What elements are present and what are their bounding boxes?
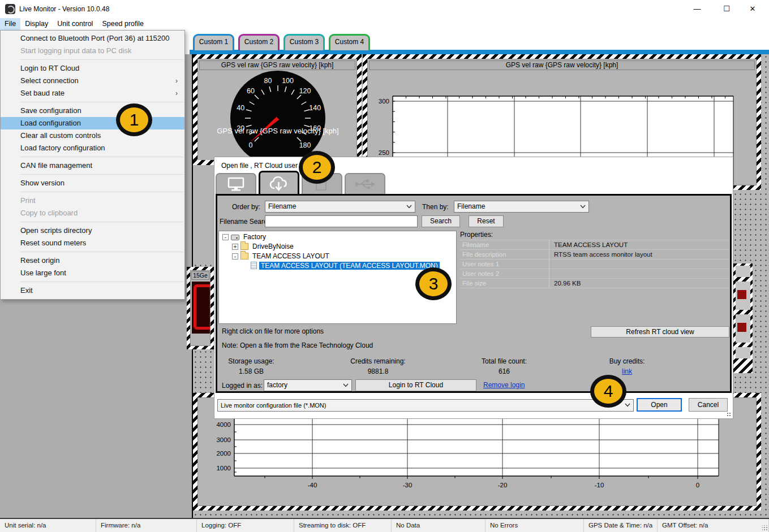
- property-label: User notes 1: [460, 259, 549, 269]
- file-menu-item[interactable]: Exit: [1, 284, 184, 297]
- then-by-select[interactable]: Filename: [454, 201, 589, 213]
- file-menu-item[interactable]: Save configuration: [1, 105, 184, 117]
- menu-separator: [20, 102, 183, 102]
- tree-node[interactable]: +DriveByNoise: [220, 242, 456, 252]
- tree-node[interactable]: -TEAM ACCESS LAYOUT: [220, 252, 456, 261]
- status-segment: GPS Date & Time: n/a: [584, 519, 658, 532]
- minimize-button[interactable]: —: [684, 0, 710, 18]
- stat-total-file-count-: Total file count:616: [465, 357, 544, 375]
- file-menu-item[interactable]: Load factory configuration: [1, 142, 184, 154]
- file-menu-item[interactable]: Clear all custom controls: [1, 129, 184, 142]
- file-menu-item[interactable]: Connect to Bluetooth Port (Port 36) at 1…: [1, 32, 184, 45]
- order-by-label: Order by:: [222, 203, 260, 211]
- tab-custom-1[interactable]: Custom 1: [193, 34, 234, 50]
- collapse-icon[interactable]: -: [232, 253, 238, 259]
- menu-separator: [20, 252, 183, 252]
- tab-custom-4[interactable]: Custom 4: [329, 34, 370, 50]
- file-type-value: Live monitor configuration file (*.MON): [221, 402, 326, 409]
- file-menu-item[interactable]: Set baud rate›: [1, 87, 184, 100]
- file-menu-item[interactable]: Use large font: [1, 267, 184, 279]
- remove-login-link[interactable]: Remove login: [483, 381, 525, 389]
- dialog-tab-computer[interactable]: [216, 173, 256, 194]
- chevron-down-icon: [580, 205, 586, 209]
- file-type-select[interactable]: Live monitor configuration file (*.MON): [217, 399, 634, 412]
- svg-text:0: 0: [696, 482, 699, 488]
- folder-icon: [240, 243, 248, 250]
- svg-text:60: 60: [247, 87, 255, 95]
- stat-value: 616: [465, 367, 544, 375]
- status-segment: Streaming to disk: OFF: [294, 519, 392, 532]
- order-by-value: Filename: [268, 202, 296, 210]
- window-title: Live Monitor - Version 10.0.48: [19, 5, 109, 13]
- tree-node-label[interactable]: TEAM ACCESS LAYOUT: [251, 252, 331, 260]
- reset-button[interactable]: Reset: [469, 215, 504, 227]
- tree-node[interactable]: -Factory: [220, 232, 456, 242]
- file-menu-item[interactable]: Copy to clipboard: [1, 207, 184, 219]
- svg-text:3000: 3000: [216, 436, 231, 443]
- status-segment: No Data: [392, 519, 486, 532]
- buy-credits-link[interactable]: link: [622, 367, 632, 375]
- title-bar[interactable]: Live Monitor - Version 10.0.48 — ☐ ✕: [0, 0, 769, 18]
- tree-node-label[interactable]: TEAM ACCESS LAYOUT (TEAM ACCESS LAYOUT.M…: [259, 262, 440, 270]
- cancel-button[interactable]: Cancel: [689, 398, 728, 412]
- tree-node-label[interactable]: DriveByNoise: [251, 243, 295, 250]
- file-menu-item[interactable]: Start logging input data to PC disk: [1, 45, 184, 57]
- status-segment: Unit serial: n/a: [0, 519, 96, 532]
- refresh-cloud-button[interactable]: Refresh RT cloud view: [591, 326, 729, 338]
- file-menu-item[interactable]: Reset origin: [1, 254, 184, 267]
- property-label: Filename: [460, 240, 549, 249]
- drive-icon: [231, 235, 239, 240]
- callout-3: 3: [415, 267, 452, 300]
- file-menu-item[interactable]: Print: [1, 194, 184, 207]
- login-rt-cloud-button[interactable]: Login to RT Cloud: [355, 379, 476, 391]
- active-tab-underline: [190, 50, 769, 54]
- chevron-down-icon: [406, 205, 412, 209]
- dialog-resize-grip[interactable]: [726, 412, 731, 417]
- expand-icon[interactable]: +: [232, 244, 238, 250]
- tab-custom-3[interactable]: Custom 3: [283, 34, 325, 50]
- file-menu-item[interactable]: Login to RT Cloud: [1, 62, 184, 75]
- menu-unit-control[interactable]: Unit control: [53, 18, 97, 30]
- property-label: File description: [460, 250, 549, 259]
- segment-panel-title: 15Ge: [191, 271, 209, 280]
- menu-file[interactable]: File: [0, 18, 20, 30]
- svg-text:140: 140: [309, 104, 321, 112]
- order-by-select[interactable]: Filename: [265, 201, 415, 213]
- chevron-right-icon: ›: [175, 75, 178, 87]
- dialog-tab-strip: [216, 171, 555, 194]
- status-segment: Logging: OFF: [197, 519, 294, 532]
- svg-text:0: 0: [248, 141, 252, 149]
- file-menu-item[interactable]: Load configuration: [1, 117, 184, 129]
- filename-search-input[interactable]: [265, 215, 418, 227]
- stat-label: Storage usage:: [220, 357, 283, 365]
- file-menu-item[interactable]: Open scripts directory: [1, 224, 184, 237]
- status-bar: Unit serial: n/aFirmware: n/aLogging: OF…: [0, 518, 769, 532]
- close-button[interactable]: ✕: [740, 0, 766, 18]
- file-menu-item[interactable]: Select connection›: [1, 75, 184, 87]
- file-menu-item[interactable]: Show version: [1, 177, 184, 189]
- collapse-icon[interactable]: -: [222, 234, 229, 240]
- dialog-body: Order by: Filename Then by: Filename Fil…: [216, 194, 732, 393]
- svg-text:180: 180: [299, 141, 311, 149]
- file-menu-item[interactable]: CAN file management: [1, 159, 184, 172]
- property-row: File descriptionRTSS team access monitor…: [460, 250, 729, 259]
- svg-text:100: 100: [282, 77, 294, 85]
- dialog-tab-cloud-download[interactable]: [259, 171, 299, 194]
- maximize-button[interactable]: ☐: [714, 0, 740, 18]
- logged-in-select[interactable]: factory: [264, 379, 352, 391]
- seven-segment-digit: [194, 284, 210, 330]
- tree-node[interactable]: TEAM ACCESS LAYOUT (TEAM ACCESS LAYOUT.M…: [220, 261, 456, 271]
- menu-display[interactable]: Display: [20, 18, 53, 30]
- red-indicator: [737, 323, 746, 332]
- status-segment: GMT Offset: n/a: [658, 519, 769, 532]
- open-button[interactable]: Open: [637, 398, 682, 412]
- search-button[interactable]: Search: [422, 215, 460, 227]
- tab-custom-2[interactable]: Custom 2: [238, 34, 280, 50]
- menu-speed-profile[interactable]: Speed profile: [97, 18, 148, 30]
- window-resize-grip[interactable]: [762, 525, 768, 531]
- tree-node-label[interactable]: Factory: [242, 233, 268, 241]
- file-menu-item[interactable]: Reset sound meters: [1, 237, 184, 249]
- dialog-tab-usb[interactable]: [345, 173, 385, 194]
- file-icon: [251, 262, 257, 269]
- svg-text:300: 300: [379, 98, 389, 105]
